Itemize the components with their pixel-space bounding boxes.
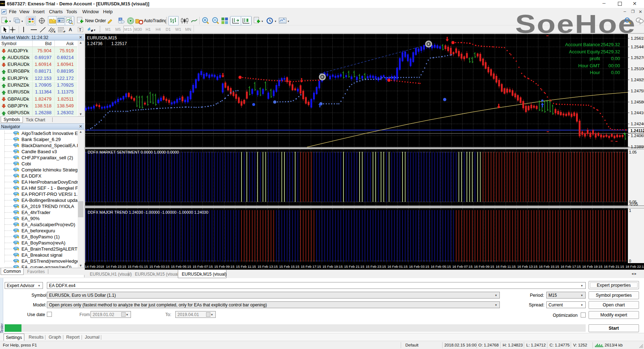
svg-text:1.24112: 1.24112 [630, 129, 644, 133]
svg-text:1.24925: 1.24925 [631, 78, 644, 82]
svg-text:DDFX MAJOR TREND 1.24030 -1.00: DDFX MAJOR TREND 1.24030 -1.00000 -1.000… [88, 210, 208, 214]
svg-text:▾: ▾ [94, 28, 96, 32]
svg-text:T: T [79, 28, 81, 32]
svg-text:15 Feb 21:15: 15 Feb 21:15 [344, 265, 365, 268]
svg-text:1.22517: 1.22517 [111, 41, 127, 46]
svg-text:15 Feb 17:15: 15 Feb 17:15 [301, 265, 321, 268]
svg-text:1.24580: 1.24580 [631, 100, 644, 104]
svg-text:15 Feb 09:15: 15 Feb 09:15 [214, 265, 235, 268]
svg-text:25429.32: 25429.32 [601, 42, 620, 47]
svg-text:16 Feb 05:15: 16 Feb 05:15 [431, 265, 451, 268]
svg-text:1.25445: 1.25445 [631, 45, 644, 49]
svg-text:18 Feb 22:15: 18 Feb 22:15 [625, 265, 644, 268]
svg-text:Account Equity: Account Equity [569, 49, 600, 54]
svg-text:0.00: 0.00 [611, 70, 620, 75]
svg-text:16 Feb 17:15: 16 Feb 17:15 [561, 265, 581, 268]
svg-text:Account Balance: Account Balance [565, 42, 600, 47]
svg-text:15 Feb 13:15: 15 Feb 13:15 [258, 265, 278, 268]
svg-text:15 Feb 03:15: 15 Feb 03:15 [149, 265, 170, 268]
svg-text:16 Feb 07:15: 16 Feb 07:15 [452, 265, 473, 268]
svg-text:16 Feb 21:15: 16 Feb 21:15 [604, 265, 624, 268]
svg-text:1.25270: 1.25270 [631, 55, 644, 60]
svg-text:16 Feb 11:15: 16 Feb 11:15 [496, 265, 516, 268]
svg-text:0.00: 0.00 [611, 56, 620, 61]
svg-text:1.23895: 1.23895 [631, 145, 644, 149]
svg-text:16 Feb 03:15: 16 Feb 03:15 [409, 265, 429, 268]
svg-text:1.24736: 1.24736 [87, 41, 103, 46]
svg-text:profit: profit [590, 56, 600, 61]
svg-text:15 Feb 11:15: 15 Feb 11:15 [236, 265, 256, 268]
svg-text:1: 1 [629, 208, 631, 213]
svg-text:1.05: 1.05 [629, 150, 636, 154]
svg-text:15 Feb 19:15: 15 Feb 19:15 [322, 265, 343, 268]
svg-text:15 Feb 15:15: 15 Feb 15:15 [279, 265, 299, 268]
svg-text:F: F [64, 30, 65, 33]
svg-text:16 Feb 13:15: 16 Feb 13:15 [517, 265, 538, 268]
svg-text:E: E [54, 30, 56, 33]
svg-text:16 Feb 01:15: 16 Feb 01:15 [387, 265, 408, 268]
svg-text:16 Feb 19:15: 16 Feb 19:15 [582, 265, 602, 268]
svg-text:DDFX MARKET SENTIMENT 0.0000 1: DDFX MARKET SENTIMENT 0.0000 1.0000 0.00… [88, 150, 179, 154]
svg-text:1.24755: 1.24755 [631, 89, 644, 93]
svg-text:0: 0 [629, 259, 631, 263]
svg-text:1.24410: 1.24410 [631, 111, 644, 115]
svg-text:14 Feb 2018: 14 Feb 2018 [85, 265, 104, 268]
svg-text:15 Feb 23:15: 15 Feb 23:15 [366, 265, 386, 268]
svg-text:25429.32: 25429.32 [601, 49, 620, 54]
svg-text:1.24065: 1.24065 [631, 134, 644, 138]
svg-text:Hour GMT: Hour GMT [578, 63, 600, 68]
svg-text:1.24240: 1.24240 [631, 122, 644, 126]
svg-text:1.25100: 1.25100 [631, 67, 644, 71]
svg-text:15 Feb 01:15: 15 Feb 01:15 [128, 265, 148, 268]
svg-text:16 Feb 09:15: 16 Feb 09:15 [474, 265, 494, 268]
svg-text:16 Feb 15:15: 16 Feb 15:15 [539, 265, 559, 268]
svg-text:Hour: Hour [590, 70, 600, 75]
svg-text:EURUSDk,M15: EURUSDk,M15 [87, 35, 117, 40]
svg-text:14 Feb 23:15: 14 Feb 23:15 [106, 265, 126, 268]
svg-text:-0.05: -0.05 [629, 202, 638, 206]
svg-text:15 Feb 07:15: 15 Feb 07:15 [192, 265, 213, 268]
svg-text:00:00: 00:00 [608, 63, 620, 68]
svg-text:15 Feb 05:15: 15 Feb 05:15 [171, 265, 191, 268]
